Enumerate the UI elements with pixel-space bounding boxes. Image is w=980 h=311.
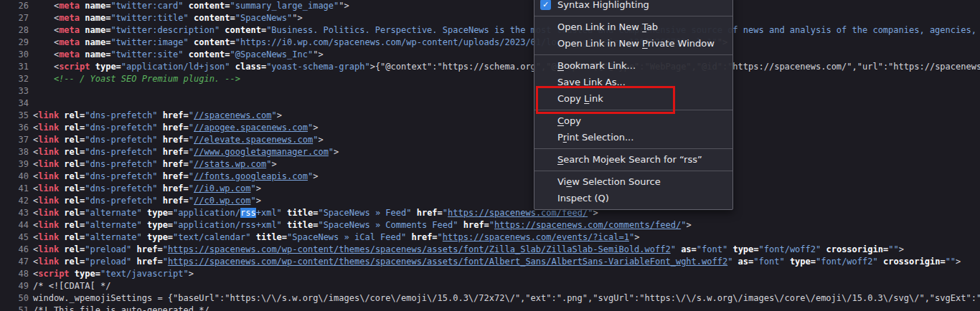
tag-name: link	[38, 244, 59, 254]
tag-name: meta	[59, 37, 80, 47]
punctuation: ">	[339, 1, 349, 11]
menu-item-syntax-highlighting[interactable]: ✓Syntax Highlighting	[534, 0, 732, 13]
attribute-name: content=	[189, 37, 235, 47]
source-line-39: 39<link rel="dns-prefetch" href="//stats…	[0, 158, 980, 171]
menu-item-print-selection[interactable]: Print Selection...	[534, 129, 732, 145]
line-content: <link rel="dns-prefetch" href="//elevate…	[29, 134, 324, 146]
attribute-name: name=	[80, 1, 110, 11]
menu-item-view-selection-source[interactable]: View Selection Source	[534, 173, 732, 190]
line-number: 50	[0, 292, 29, 305]
attribute-name: href=	[458, 220, 489, 230]
attribute-value: "dns-prefetch"	[85, 123, 157, 133]
attribute-value: "alternate"	[85, 232, 141, 242]
menu-item-label: Copy Link	[557, 93, 603, 104]
source-link[interactable]: //spacenews.com	[194, 110, 271, 120]
source-link[interactable]: https://spacenews.com/wp-content/themes/…	[168, 244, 671, 254]
tag-name: meta	[59, 49, 80, 59]
source-line-30: 30 <meta name="twitter:site" content="@S…	[0, 49, 980, 61]
source-line-38: 38<link rel="dns-prefetch" href="//www.g…	[0, 146, 980, 158]
tag-name: link	[38, 123, 59, 133]
source-line-35: 35<link rel="dns-prefetch" href="//space…	[0, 110, 980, 122]
line-content: <link rel="alternate" type="application/…	[29, 207, 598, 219]
attribute-name: name=	[80, 25, 110, 35]
tag-name: link	[38, 220, 59, 230]
source-link[interactable]: //fonts.googleapis.com	[194, 171, 308, 181]
menu-item-bookmark-link[interactable]: Bookmark Link...	[534, 57, 732, 74]
attribute-name: type=	[142, 208, 173, 218]
context-menu: ✓Syntax HighlightingOpen Link in New Tab…	[534, 0, 733, 210]
attribute-name: content=	[184, 49, 230, 59]
tag-name: link	[38, 147, 59, 157]
line-number: 43	[0, 207, 29, 219]
punctuation: <	[33, 1, 59, 11]
line-number: 51	[0, 305, 29, 311]
line-content: /* <![CDATA[ */	[29, 280, 110, 292]
line-number: 48	[0, 268, 29, 280]
attribute-value: "application/ld+json"	[121, 62, 230, 72]
attribute-name: href=	[157, 135, 188, 145]
plain-text: window._wpemojiSettings = {"baseUrl":"ht…	[33, 293, 980, 303]
source-link[interactable]: //www.googletagmanager.com	[194, 147, 329, 157]
source-link[interactable]: https://spacenews.com/wp-content/themes/…	[168, 257, 727, 267]
attribute-value: "text/javascript"	[100, 269, 189, 279]
punctuation: >	[318, 135, 323, 145]
attribute-name: rel=	[59, 183, 85, 193]
source-line-37: 37<link rel="dns-prefetch" href="//eleva…	[0, 134, 980, 146]
source-line-27: 27 <meta name="twitter:title" content="S…	[0, 12, 980, 24]
source-link[interactable]: //apogee.spacenews.com	[194, 123, 308, 133]
menu-separator	[534, 54, 732, 55]
menu-item-open-link-in-new-tab[interactable]: Open Link in New Tab	[534, 19, 732, 35]
menu-item-copy-link[interactable]: Copy Link	[534, 90, 732, 107]
menu-item-label: Bookmark Link...	[557, 60, 636, 71]
attribute-value: "dns-prefetch"	[85, 183, 157, 193]
source-link[interactable]: //stats.wp.com	[194, 159, 266, 169]
attribute-value: "dns-prefetch"	[85, 110, 157, 120]
attribute-value: "SpaceNews » Feed"	[318, 208, 411, 218]
attribute-value: "	[251, 196, 256, 206]
source-link[interactable]: //c0.wp.com	[194, 196, 250, 206]
menu-item-inspect-q[interactable]: Inspect (Q)	[534, 190, 732, 206]
source-line-49: 49/* <![CDATA[ */	[0, 280, 980, 292]
tag-name: link	[38, 183, 59, 193]
punctuation: <	[33, 25, 59, 35]
punctuation: >	[370, 62, 375, 72]
line-content: <!-- / Yoast SEO Premium plugin. -->	[29, 73, 240, 85]
attribute-name: rel=	[59, 110, 85, 120]
attribute-name: type=	[90, 62, 121, 72]
attribute-value: "preload"	[85, 257, 131, 267]
attribute-name: title=	[250, 232, 287, 242]
attribute-value: "	[189, 135, 194, 145]
tag-name: link	[38, 171, 59, 181]
menu-item-save-link-as[interactable]: Save Link As...	[534, 74, 732, 90]
attribute-name: type=	[142, 232, 173, 242]
source-link[interactable]: https://spacenews.com/comments/feed/	[494, 220, 681, 230]
attribute-name: content=	[184, 1, 230, 11]
attribute-value: "twitter:title"	[110, 13, 188, 23]
line-content: <link rel="dns-prefetch" href="//fonts.g…	[29, 171, 318, 183]
attribute-value: "dns-prefetch"	[85, 171, 157, 181]
menu-item-open-link-in-new-private-window[interactable]: Open Link in New Private Window	[534, 35, 732, 52]
menu-item-search-mojeek-search-for-rss[interactable]: Search Mojeek Search for “rss”	[534, 151, 732, 168]
menu-item-copy[interactable]: Copy	[534, 113, 732, 129]
attribute-value: "alternate"	[85, 208, 141, 218]
attribute-value: "dns-prefetch"	[85, 159, 157, 169]
source-link[interactable]: https://spacenews.com/events/?ical=1	[443, 232, 629, 242]
source-link[interactable]: //i0.wp.com	[194, 183, 250, 193]
attribute-value: "	[189, 196, 194, 206]
source-link[interactable]: //elevate.spacenews.com	[194, 135, 313, 145]
attribute-name: rel=	[59, 159, 85, 169]
line-number: 37	[0, 134, 29, 146]
attribute-name: href=	[131, 244, 162, 254]
source-line-29: 29 <meta name="twitter:image" content="h…	[0, 37, 980, 49]
attribute-value: "	[163, 244, 168, 254]
source-line-36: 36<link rel="dns-prefetch" href="//apoge…	[0, 122, 980, 134]
source-line-50: 50window._wpemojiSettings = {"baseUrl":"…	[0, 292, 980, 305]
punctuation: >	[256, 183, 261, 193]
line-number: 36	[0, 122, 29, 134]
line-number: 34	[0, 97, 29, 110]
line-number: 44	[0, 219, 29, 231]
line-content: <meta name="twitter:title" content="Spac…	[29, 12, 303, 24]
attribute-value: "twitter:description"	[110, 25, 220, 35]
menu-separator	[534, 148, 732, 149]
tag-name: link	[38, 159, 59, 169]
